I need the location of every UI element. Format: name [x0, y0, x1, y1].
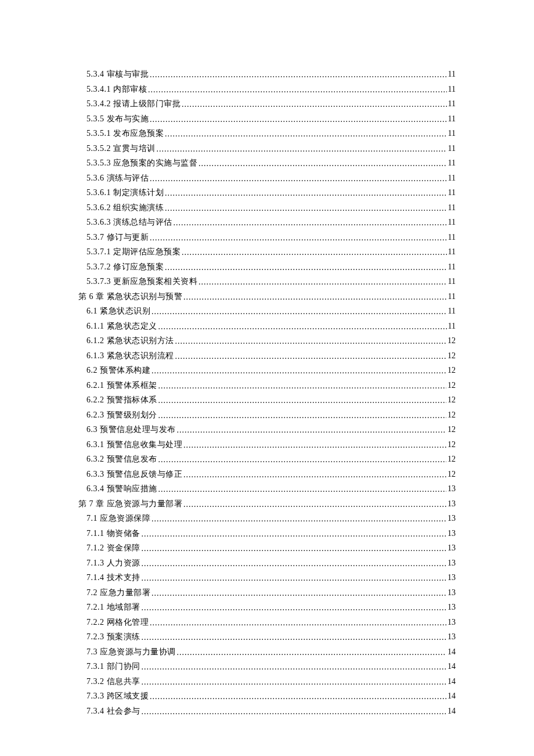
- toc-title: 7.1 应急资源保障: [86, 511, 150, 526]
- toc-entry: 5.3.7.3 更新应急预案相关资料11: [78, 274, 456, 289]
- toc-page-number: 14: [448, 674, 456, 689]
- toc-leader-dots: [174, 215, 447, 231]
- toc-leader-dots: [158, 408, 447, 423]
- toc-page-number: 12: [448, 467, 456, 482]
- toc-entry: 6.1.1 紧急状态定义11: [78, 319, 456, 334]
- toc-leader-dots: [142, 541, 447, 556]
- toc-leader-dots: [177, 645, 447, 660]
- toc-leader-dots: [142, 660, 447, 675]
- toc-leader-dots: [177, 423, 447, 438]
- toc-page-number: 12: [448, 437, 456, 452]
- toc-title: 5.3.6 演练与评估: [86, 171, 149, 186]
- toc-page-number: 11: [448, 274, 456, 289]
- toc-page-number: 13: [448, 496, 456, 512]
- toc-title: 6.1 紧急状态识别: [86, 304, 150, 319]
- toc-entry: 5.3.6 演练与评估11: [78, 171, 456, 186]
- toc-leader-dots: [158, 393, 447, 408]
- toc-title: 7.2.3 预案演练: [86, 629, 140, 645]
- toc-entry: 6.3.4 预警响应措施13: [78, 481, 456, 496]
- toc-page-number: 11: [448, 82, 456, 97]
- toc-leader-dots: [165, 201, 447, 216]
- toc-page-number: 11: [448, 67, 456, 82]
- toc-title: 6.3.4 预警响应措施: [86, 481, 157, 496]
- toc-page-number: 12: [448, 422, 456, 437]
- toc-page-number: 13: [448, 585, 456, 600]
- toc-leader-dots: [175, 349, 447, 364]
- toc-entry: 6.3.3 预警信息反馈与修正12: [78, 467, 456, 482]
- toc-title: 第 7 章 应急资源与力量部署: [78, 496, 182, 512]
- toc-entry: 第 6 章 紧急状态识别与预警11: [78, 289, 456, 304]
- toc-page-number: 14: [448, 645, 456, 660]
- toc-entry: 7.2.3 预案演练 13: [78, 629, 456, 645]
- toc-page-number: 14: [448, 659, 456, 674]
- toc-leader-dots: [158, 452, 447, 467]
- toc-leader-dots: [199, 156, 447, 171]
- toc-title: 5.3.5.2 宣贯与培训: [86, 141, 156, 156]
- toc-leader-dots: [158, 379, 447, 394]
- toc-title: 5.3.4.2 报请上级部门审批: [86, 96, 181, 111]
- toc-page-number: 13: [448, 511, 456, 526]
- toc-page-number: 12: [448, 408, 456, 423]
- toc-entry: 5.3.5.2 宣贯与培训11: [78, 141, 456, 156]
- toc-leader-dots: [158, 482, 447, 497]
- toc-leader-dots: [165, 260, 447, 275]
- toc-entry: 5.3.4 审核与审批11: [78, 67, 456, 82]
- toc-title: 6.3.2 预警信息发布: [86, 452, 157, 467]
- toc-entry: 7.3.3 跨区域支援14: [78, 689, 456, 704]
- toc-page-number: 11: [448, 111, 456, 127]
- toc-page-number: 11: [448, 244, 456, 260]
- toc-leader-dots: [142, 527, 447, 542]
- toc-entry: 7.3 应急资源与力量协调14: [78, 645, 456, 660]
- toc-entry: 6.2 预警体系构建12: [78, 363, 456, 378]
- toc-page-number: 11: [448, 126, 456, 141]
- toc-entry: 7.3.2 信息共享 14: [78, 674, 456, 689]
- toc-page-number: 13: [448, 526, 456, 541]
- toc-title: 7.2.1 地域部署: [86, 600, 140, 615]
- toc-page-number: 13: [448, 615, 456, 630]
- toc-leader-dots: [142, 571, 447, 586]
- toc-leader-dots: [150, 615, 446, 631]
- toc-page-number: 12: [448, 378, 456, 393]
- toc-entry: 6.1 紧急状态识别11: [78, 304, 456, 319]
- toc-leader-dots: [150, 171, 447, 186]
- toc-page-number: 13: [448, 541, 456, 556]
- toc-page-number: 13: [448, 481, 456, 496]
- toc-leader-dots: [150, 67, 447, 82]
- toc-page-number: 11: [448, 319, 456, 334]
- toc-entry: 6.2.2 预警指标体系12: [78, 393, 456, 408]
- toc-entry: 6.2.1 预警体系框架12: [78, 378, 456, 393]
- toc-entry: 5.3.6.2 组织实施演练11: [78, 200, 456, 215]
- toc-leader-dots: [151, 363, 446, 379]
- toc-entry: 7.2 应急力量部署13: [78, 585, 456, 600]
- toc-page-number: 11: [448, 96, 456, 111]
- toc-title: 6.3.1 预警信息收集与处理: [86, 437, 182, 452]
- toc-entry: 5.3.5.1 发布应急预案11: [78, 126, 456, 141]
- toc-entry: 6.2.3 预警级别划分12: [78, 408, 456, 423]
- toc-title: 7.3.1 部门协同: [86, 659, 140, 674]
- toc-title: 7.3.2 信息共享: [86, 674, 140, 689]
- toc-title: 5.3.6.1 制定演练计划: [86, 185, 164, 200]
- toc-page-number: 11: [448, 260, 456, 275]
- toc-entry: 6.1.2 紧急状态识别方法12: [78, 333, 456, 348]
- toc-title: 6.3 预警信息处理与发布: [86, 422, 176, 437]
- toc-page-number: 11: [448, 141, 456, 156]
- toc-entry: 7.1.2 资金保障 13: [78, 541, 456, 556]
- toc-title: 6.1.1 紧急状态定义: [86, 319, 157, 334]
- toc-page-number: 11: [448, 156, 456, 171]
- toc-title: 5.3.6.3 演练总结与评估: [86, 215, 172, 230]
- toc-leader-dots: [199, 275, 447, 290]
- toc-title: 7.1.1 物资储备: [86, 526, 140, 541]
- toc-entry: 7.1 应急资源保障13: [78, 511, 456, 526]
- toc-entry: 6.3 预警信息处理与发布12: [78, 422, 456, 437]
- toc-title: 5.3.5.1 发布应急预案: [86, 126, 164, 141]
- toc-leader-dots: [175, 334, 447, 349]
- toc-page-number: 12: [448, 333, 456, 348]
- toc-title: 5.3.7.2 修订应急预案: [86, 260, 164, 275]
- toc-title: 5.3.4 审核与审批: [86, 67, 149, 82]
- toc-page-number: 11: [448, 171, 456, 186]
- toc-entry: 5.3.7.2 修订应急预案11: [78, 260, 456, 275]
- toc-entry: 第 7 章 应急资源与力量部署13: [78, 496, 456, 512]
- toc-title: 6.1.2 紧急状态识别方法: [86, 333, 174, 348]
- toc-entry: 7.1.3 人力资源 13: [78, 556, 456, 571]
- toc-entry: 5.3.4.2 报请上级部门审批11: [78, 96, 456, 111]
